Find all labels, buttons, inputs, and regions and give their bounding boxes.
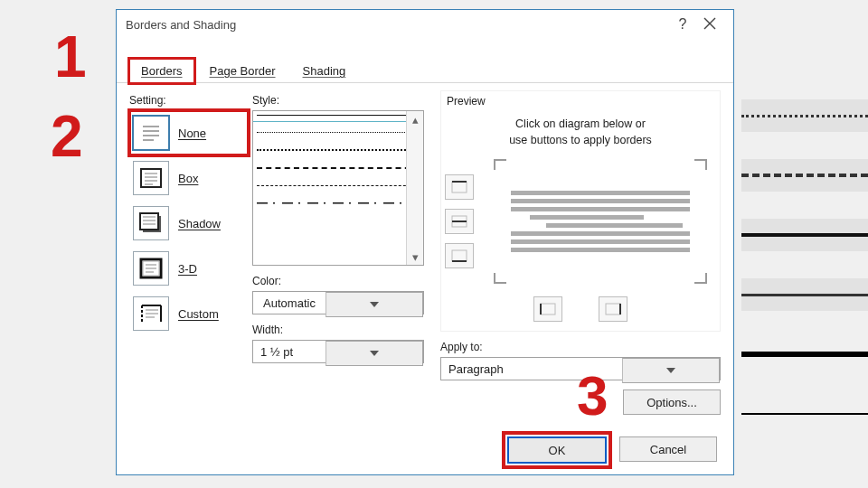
chevron-down-icon	[666, 368, 675, 373]
preview-hint-line2: use buttons to apply borders	[509, 134, 652, 146]
preview-border-top-button[interactable]	[445, 174, 474, 200]
doc-sample-thick	[741, 338, 868, 371]
preview-border-bottom-button[interactable]	[445, 243, 474, 268]
annotation-2: 2	[51, 103, 83, 170]
setting-custom-icon	[133, 296, 169, 331]
close-icon	[703, 17, 716, 30]
preview-border-right-button[interactable]	[599, 296, 627, 322]
annotation-1: 1	[54, 23, 87, 90]
doc-sample-dashed	[741, 159, 868, 192]
setting-shadow-icon	[133, 206, 169, 240]
tab-label: Page Border	[210, 64, 276, 78]
doc-sample-dotted	[741, 99, 868, 132]
doc-sample-strips	[741, 99, 868, 457]
svg-rect-26	[452, 182, 467, 192]
apply-to-dropdown-button[interactable]	[622, 358, 720, 383]
tab-page-border[interactable]: Page Border	[198, 59, 288, 83]
help-button[interactable]: ?	[670, 16, 695, 33]
preview-label: Preview	[445, 93, 716, 113]
setting-option-label: Box	[178, 172, 198, 185]
apply-to-label: Apply to:	[440, 341, 721, 353]
tab-strip: Borders Page Border Shading	[117, 39, 733, 83]
preview-corner-tr	[694, 159, 707, 170]
preview-side-buttons	[445, 157, 476, 286]
svg-rect-30	[452, 250, 467, 261]
style-option-dotted[interactable]	[257, 149, 420, 151]
style-option-dashed[interactable]	[257, 167, 420, 169]
preview-corner-bl	[494, 273, 506, 284]
style-column: Style: ▴ ▾ Color: Automatic	[252, 90, 424, 425]
annotation-3: 3	[577, 363, 608, 427]
style-option-dash-dot[interactable]	[257, 202, 420, 204]
color-value: Automatic	[253, 292, 326, 314]
preview-border-hmiddle-button[interactable]	[445, 209, 474, 234]
preview-para-line	[511, 248, 691, 252]
style-scrollbar[interactable]: ▴ ▾	[406, 111, 423, 265]
options-button-label: Options...	[646, 396, 697, 409]
doc-sample-thin	[741, 398, 868, 430]
style-option-dotted-fine[interactable]	[257, 132, 420, 133]
width-dropdown[interactable]: 1 ½ pt	[252, 340, 424, 363]
setting-option-shadow[interactable]: Shadow	[129, 201, 249, 246]
border-left-icon	[540, 303, 556, 315]
preview-para-line	[546, 223, 683, 228]
borders-and-shading-dialog: Borders and Shading ? Borders Page Borde…	[116, 9, 734, 475]
close-button[interactable]	[695, 17, 724, 33]
setting-option-label: 3-D	[178, 262, 197, 276]
tab-label: Borders	[141, 64, 183, 78]
doc-sample-dashdot	[741, 278, 868, 311]
setting-option-none[interactable]: None	[129, 110, 249, 155]
preview-para-line	[530, 215, 643, 220]
width-label: Width:	[252, 324, 424, 336]
preview-para-line	[511, 239, 691, 244]
setting-option-box[interactable]: Box	[129, 155, 249, 201]
style-listbox[interactable]: ▴ ▾	[252, 110, 424, 266]
dialog-titlebar[interactable]: Borders and Shading ?	[117, 10, 733, 39]
scroll-down-icon[interactable]: ▾	[407, 249, 423, 265]
border-right-icon	[605, 303, 621, 315]
preview-corner-tl	[494, 159, 506, 170]
color-dropdown-button[interactable]	[326, 292, 423, 317]
cancel-button[interactable]: Cancel	[619, 436, 717, 462]
chevron-down-icon	[370, 351, 379, 356]
preview-para-line	[511, 199, 691, 203]
chevron-down-icon	[370, 302, 379, 307]
preview-diagram[interactable]	[485, 157, 716, 286]
preview-hint: Click on diagram below or use buttons to…	[445, 113, 716, 157]
svg-rect-32	[541, 304, 555, 314]
preview-border-left-button[interactable]	[533, 296, 562, 322]
border-hmiddle-icon	[451, 215, 467, 228]
svg-rect-34	[606, 304, 620, 314]
setting-option-3d[interactable]: 3-D	[129, 246, 249, 291]
border-top-icon	[451, 181, 467, 193]
setting-box-icon	[133, 161, 169, 195]
width-value: 1 ½ pt	[253, 341, 326, 362]
preview-para-line	[511, 207, 691, 211]
ok-button[interactable]: OK	[507, 436, 607, 464]
setting-option-label: Shadow	[178, 217, 221, 230]
scroll-up-icon[interactable]: ▴	[407, 111, 423, 127]
cancel-button-label: Cancel	[650, 443, 686, 456]
svg-rect-12	[140, 213, 158, 230]
preview-para-line	[511, 231, 691, 236]
setting-none-icon	[133, 116, 169, 150]
width-dropdown-button[interactable]	[326, 341, 423, 366]
setting-option-label: None	[178, 127, 206, 140]
style-option-solid[interactable]	[257, 115, 420, 116]
style-option-dashed-fine[interactable]	[257, 185, 420, 186]
ok-button-label: OK	[549, 444, 566, 457]
tab-shading[interactable]: Shading	[291, 59, 358, 83]
preview-corner-br	[694, 273, 707, 284]
options-button[interactable]: Options...	[623, 389, 721, 415]
tab-borders[interactable]: Borders	[129, 59, 194, 83]
color-dropdown[interactable]: Automatic	[252, 291, 424, 314]
dialog-title: Borders and Shading	[126, 18, 670, 32]
border-bottom-icon	[451, 249, 467, 262]
preview-hint-line1: Click on diagram below or	[515, 117, 646, 130]
setting-3d-icon	[133, 251, 169, 286]
preview-para-line	[511, 191, 691, 195]
doc-sample-solid	[741, 219, 868, 251]
setting-option-custom[interactable]: Custom	[129, 291, 249, 336]
setting-column: Setting: None	[129, 90, 249, 425]
setting-option-label: Custom	[178, 307, 219, 321]
